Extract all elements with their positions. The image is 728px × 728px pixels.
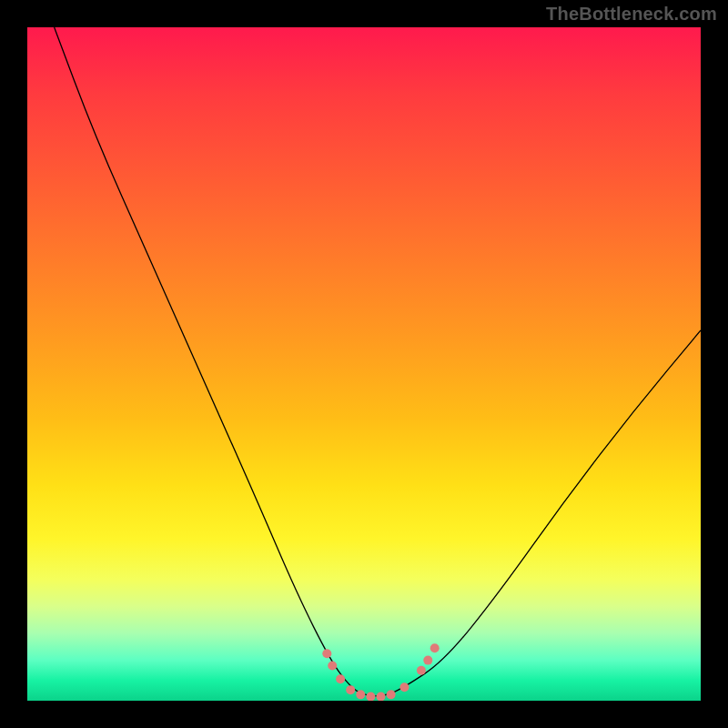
watermark-text: TheBottleneck.com [546, 4, 717, 25]
curve-marker [366, 693, 375, 701]
curve-marker [423, 656, 432, 665]
curve-layer [55, 27, 701, 696]
curve-marker [399, 682, 409, 692]
chart-frame: TheBottleneck.com [0, 0, 728, 728]
curve-marker [417, 666, 426, 675]
curve-marker [336, 674, 345, 683]
curve-marker [356, 690, 365, 699]
curve-marker [322, 649, 331, 658]
chart-svg [27, 27, 701, 701]
bottleneck-curve [55, 27, 701, 696]
curve-marker [430, 643, 440, 652]
curve-marker [377, 693, 386, 701]
plot-area [27, 27, 701, 701]
curve-marker [346, 685, 355, 694]
curve-marker [328, 662, 337, 671]
curve-marker [387, 690, 396, 699]
